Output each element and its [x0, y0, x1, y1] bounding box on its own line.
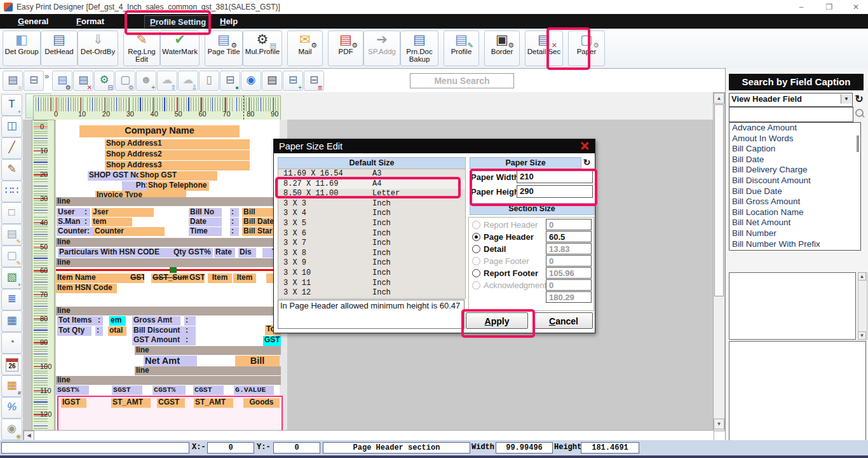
design-field[interactable]: :	[184, 326, 196, 336]
clock-icon[interactable]: ◔	[1, 332, 22, 354]
section-value-input[interactable]: 180.29	[546, 291, 592, 303]
scrollbar-thumb[interactable]	[714, 104, 724, 296]
field-caption-item[interactable]: Bill Due Date	[729, 186, 860, 197]
search-icon[interactable]	[853, 107, 865, 120]
paper-size-row[interactable]: 3 X 6Inch	[278, 229, 465, 239]
design-field[interactable]: GST	[129, 274, 144, 283]
design-field[interactable]: Counter:	[57, 227, 93, 236]
print-preview-icon[interactable]: ▤○	[3, 71, 23, 91]
design-field[interactable]: :	[184, 316, 196, 326]
default-size-list[interactable]: 11.69 X 16.54A38.27 X 11.69A48.50 X 11.0…	[278, 169, 466, 299]
field-caption-item[interactable]: Bill Discount Amount	[729, 176, 860, 186]
percent-icon[interactable]: %	[1, 397, 22, 419]
design-field[interactable]: Net Amt	[144, 356, 197, 366]
border-button[interactable]: ▣⚙Border	[484, 31, 520, 66]
dethead-button[interactable]: ▤DetHead	[41, 31, 78, 66]
design-field[interactable]: Goods	[243, 398, 280, 408]
design-field[interactable]: :	[83, 208, 90, 217]
detail-section-icon[interactable]: ▤✕	[73, 71, 93, 91]
design-field[interactable]: Shop Telephone	[147, 181, 209, 191]
scroll-up-icon[interactable]: ▲	[858, 272, 866, 281]
section-line-bar[interactable]: line	[135, 346, 281, 355]
paper-size-row[interactable]: 3 X 8Inch	[278, 249, 465, 259]
field-caption-item[interactable]: Bill Location Name	[729, 207, 860, 218]
detail-sec-button[interactable]: ▤✕Detail Sec	[525, 31, 563, 66]
profile-settings-icon[interactable]: ▤⚙	[52, 71, 72, 91]
field-caption-item[interactable]: Bill Number	[729, 228, 860, 239]
menu-item-format[interactable]: Format	[71, 15, 109, 27]
design-field[interactable]: GST Amount	[132, 336, 188, 345]
edit-pencil-icon[interactable]: ✎	[1, 159, 22, 181]
calendar-icon[interactable]: 26	[1, 354, 22, 375]
design-field[interactable]: otal	[108, 326, 126, 336]
design-field[interactable]: Ph:	[122, 181, 150, 191]
design-field[interactable]: Tot Qty	[57, 326, 92, 336]
draw-line-icon[interactable]: ╱	[1, 137, 22, 159]
design-field[interactable]: :	[230, 208, 239, 217]
design-field[interactable]: S.Man	[57, 218, 85, 226]
cash-drawer-icon[interactable]: ▤	[262, 71, 282, 91]
design-field[interactable]: :	[230, 218, 239, 226]
section-value-input[interactable]: 105.96	[546, 267, 592, 279]
add-text-icon[interactable]: T+	[1, 94, 22, 116]
close-icon[interactable]: ✕	[577, 139, 592, 153]
form-designer-icon[interactable]: ◫	[1, 116, 22, 137]
section-line-bar[interactable]: line	[56, 376, 281, 385]
design-field[interactable]: Item HSN Code	[56, 284, 117, 293]
printer-icon[interactable]: ⊟	[24, 71, 44, 91]
field-caption-item[interactable]: Bill Caption	[729, 144, 860, 155]
design-field[interactable]: IGST	[61, 398, 86, 408]
det-ordby-button[interactable]: ⇓Det-OrdBy	[78, 31, 118, 66]
minimize-button[interactable]: –	[790, 0, 812, 14]
menu-item-profile-setting[interactable]: Profile Setting	[144, 15, 212, 29]
design-field[interactable]: :	[184, 336, 196, 345]
design-field[interactable]: ST_AMT	[111, 398, 151, 408]
design-field[interactable]: CGST	[193, 385, 224, 395]
maximize-button[interactable]: ❐	[818, 0, 840, 14]
scroll-down-icon[interactable]: ▼	[714, 419, 724, 429]
item-table-icon[interactable]: ▦#	[1, 375, 22, 397]
design-field[interactable]: CGST	[157, 398, 185, 408]
design-field[interactable]: Rate	[214, 248, 235, 258]
section-line-bar[interactable]: line	[56, 258, 281, 267]
section-value-input[interactable]: 60.5	[546, 231, 592, 242]
refresh-icon[interactable]: ↻	[581, 157, 592, 168]
edit-page-icon[interactable]: ▤✎	[1, 224, 22, 246]
mul-profile-button[interactable]: ⚙▤Mul.Profile	[243, 31, 282, 66]
add-image-icon[interactable]: ▧+	[1, 267, 22, 289]
design-field[interactable]: Bill No	[189, 208, 222, 217]
paper-size-row[interactable]: 3 X 10Inch	[278, 268, 465, 279]
design-field[interactable]: Tot Items	[57, 316, 97, 326]
paper-size-row[interactable]: 8.27 X 11.69A4	[278, 179, 465, 190]
section-line-bar[interactable]: line	[56, 238, 281, 247]
field-caption-item[interactable]: Bill Delivery Charge	[729, 165, 860, 176]
drag-handle[interactable]	[170, 267, 177, 273]
paper-size-row[interactable]: 3 X 7Inch	[278, 239, 465, 249]
design-field[interactable]: em	[109, 316, 126, 326]
design-field[interactable]: CGST%	[153, 385, 186, 395]
paper-size-row[interactable]: 3 X 4Inch	[278, 209, 465, 219]
pdf-button[interactable]: ▤⚙PDF	[328, 31, 363, 66]
design-field[interactable]: GST	[188, 274, 205, 283]
menu-item-help[interactable]: Help	[215, 15, 243, 27]
design-field[interactable]: Bill Date	[242, 218, 273, 226]
design-field[interactable]: Jser	[92, 208, 154, 217]
web-globe-icon[interactable]: ◉	[241, 71, 261, 91]
design-field[interactable]: SHOP GST No:	[88, 171, 140, 181]
design-field[interactable]: :	[97, 316, 103, 326]
profile-button[interactable]: ▤✎Profile	[444, 31, 479, 66]
preview-scrollbar[interactable]: ▲ ▼	[858, 272, 867, 340]
design-field[interactable]: ST_AMT	[194, 398, 233, 408]
design-field[interactable]: Shop Address3	[105, 161, 250, 170]
menu-item-general[interactable]: General	[13, 15, 53, 27]
blank-page-icon[interactable]: □	[1, 202, 22, 224]
dots-grid-icon[interactable]: ∷∷	[1, 181, 22, 202]
chevron-down-icon[interactable]: ▼	[841, 94, 851, 104]
design-field[interactable]: G.VALUE	[234, 385, 274, 395]
design-field[interactable]: Particulars With HSN CODE	[58, 248, 173, 258]
section-value-input[interactable]: 13.83	[546, 243, 592, 254]
list-scrollbar-thumb[interactable]	[857, 135, 859, 152]
section-line-bar[interactable]: line	[56, 197, 281, 206]
design-field[interactable]: SGST%	[56, 385, 89, 395]
paper-height-input[interactable]: 290	[517, 185, 593, 198]
